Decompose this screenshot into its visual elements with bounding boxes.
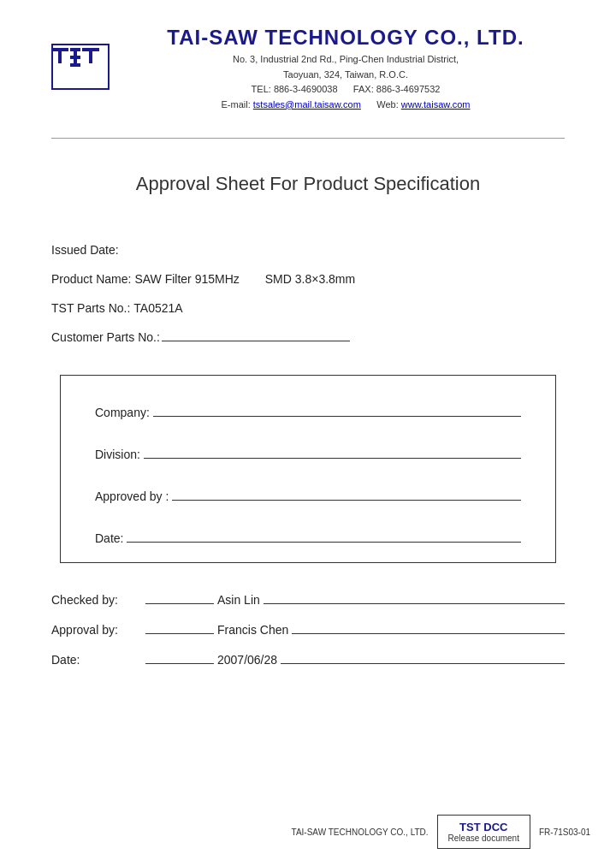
customer-parts-line: Customer Parts No.: [51,325,565,349]
checked-by-row: Checked by: Asin Lin [51,589,565,607]
checked-by-field-start [145,589,214,604]
company-field[interactable] [153,401,521,417]
footer-badge-title: TST DCC [448,821,519,833]
approved-by-row: Approved by : [95,485,521,503]
email-label: E-mail: [222,99,251,110]
web-link[interactable]: www.taisaw.com [401,99,471,110]
email-web-line: E-mail: tstsales@mail.taisaw.com Web: ww… [127,98,565,113]
contact-line: TEL: 886-3-4690038 FAX: 886-3-4697532 [127,82,565,98]
approval-by-row: Approval by: Francis Chen [51,619,565,637]
issued-date-label: Issued Date: [51,238,119,262]
fax: FAX: 886-3-4697532 [353,84,441,94]
date-field[interactable] [127,527,521,543]
checked-by-label: Checked by: [51,593,145,607]
header-divider [51,138,565,139]
checked-by-value: Asin Lin [217,593,260,607]
sign-date-value: 2007/06/28 [217,653,277,667]
customer-parts-label: Customer Parts No.: [51,325,160,349]
email-link[interactable]: tstsales@mail.taisaw.com [253,99,361,110]
web-label: Web: [376,99,398,110]
company-label: Company: [95,406,150,419]
sign-date-label: Date: [51,653,145,667]
tst-parts-line: TST Parts No.: TA0521A [51,296,565,320]
company-row: Company: [95,401,521,419]
document-title: Approval Sheet For Product Specification [51,173,565,195]
approval-by-field-start [145,619,214,634]
company-address: No. 3, Industrial 2nd Rd., Ping-Chen Ind… [127,52,565,112]
svg-rect-3 [89,48,92,63]
product-size: SMD 3.8×3.8mm [265,267,355,291]
date-row: Date: [95,527,521,545]
footer-badge: TST DCC Release document [437,815,530,849]
approved-by-field[interactable] [172,485,521,501]
checked-by-field-end [264,589,565,604]
address-line2: Taoyuan, 324, Taiwan, R.O.C. [127,68,565,83]
footer-badge-sub: Release document [448,833,519,843]
svg-rect-1 [58,48,62,63]
sign-date-field-end [281,649,565,664]
approval-by-field-end [292,619,565,634]
address-line1: No. 3, Industrial 2nd Rd., Ping-Chen Ind… [127,52,565,68]
date-label: Date: [95,531,123,545]
footer: TAI-SAW TECHNOLOGY CO., LTD. TST DCC Rel… [0,815,616,849]
company-logo [51,44,111,94]
division-row: Division: [95,443,521,461]
approved-by-label: Approved by : [95,489,169,503]
sign-date-field-start [145,649,214,664]
footer-company-name: TAI-SAW TECHNOLOGY CO., LTD. [26,827,429,837]
sign-section: Checked by: Asin Lin Approval by: Franci… [51,589,565,667]
issued-date-line: Issued Date: [51,238,565,262]
division-field[interactable] [144,443,521,459]
product-name-line: Product Name: SAW Filter 915MHz SMD 3.8×… [51,267,565,291]
approval-box: Company: Division: Approved by : Date: [60,375,556,563]
product-name-value: SAW Filter 915MHz [134,267,239,291]
tel: TEL: 886-3-4690038 [252,84,338,94]
approval-by-value: Francis Chen [217,623,288,637]
tst-parts-value: TA0521A [133,296,182,320]
tst-parts-label: TST Parts No.: [51,296,130,320]
company-name: TAI-SAW TECHNOLOGY CO., LTD. [127,26,565,50]
sign-date-row: Date: 2007/06/28 [51,649,565,667]
header: TAI-SAW TECHNOLOGY CO., LTD. No. 3, Indu… [51,26,565,112]
customer-parts-field[interactable] [162,326,350,341]
approval-by-label: Approval by: [51,623,145,637]
division-label: Division: [95,448,140,461]
page: TAI-SAW TECHNOLOGY CO., LTD. No. 3, Indu… [0,0,616,866]
footer-doc-number: FR-71S03-01 [539,827,590,837]
info-section: Issued Date: Product Name: SAW Filter 91… [51,238,565,349]
company-info: TAI-SAW TECHNOLOGY CO., LTD. No. 3, Indu… [127,26,565,112]
product-name-label: Product Name: [51,267,131,291]
